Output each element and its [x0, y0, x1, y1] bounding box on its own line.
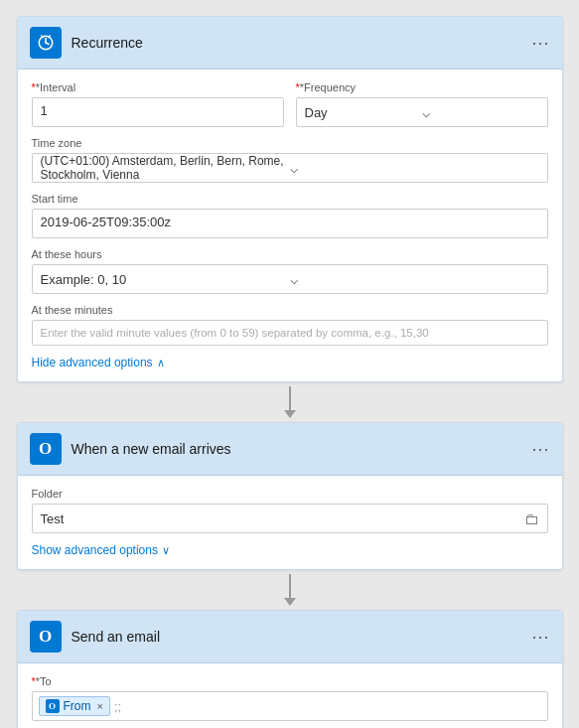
recurrence-title: Recurrence [72, 35, 522, 51]
email-trigger-toggle-chevron-icon: ∨ [162, 544, 170, 557]
email-trigger-title: When a new email arrives [72, 441, 522, 457]
connector-line-1 [289, 386, 291, 410]
at-minutes-input[interactable]: Enter the valid minute values (from 0 to… [32, 320, 548, 346]
at-minutes-row: At these minutes Enter the valid minute … [32, 304, 548, 346]
start-time-label: Start time [32, 193, 548, 205]
timezone-row: Time zone (UTC+01:00) Amsterdam, Berlin,… [32, 137, 548, 183]
send-email-menu[interactable]: ··· [531, 628, 549, 646]
from-chip-close-icon[interactable]: × [97, 700, 103, 712]
recurrence-header: Recurrence ··· [18, 17, 562, 70]
folder-input[interactable]: Test 🗀 [32, 504, 548, 533]
recurrence-advanced-toggle[interactable]: Hide advanced options ∧ [32, 356, 548, 369]
email-trigger-card: O When a new email arrives ··· Folder Te… [17, 422, 563, 570]
start-time-input[interactable]: 2019-06-25T09:35:00z [32, 209, 548, 238]
folder-label: Folder [32, 488, 548, 500]
timezone-select[interactable]: (UTC+01:00) Amsterdam, Berlin, Bern, Rom… [32, 153, 548, 183]
outlook-icon-1: O [30, 433, 62, 465]
svg-line-2 [46, 43, 49, 45]
connector-line-2 [289, 574, 291, 598]
to-input[interactable]: O From × ;; [32, 691, 548, 721]
send-email-card: O Send an email ··· **To O From [17, 610, 563, 728]
start-time-field: Start time 2019-06-25T09:35:00z [32, 193, 548, 238]
to-separator: ;; [114, 699, 121, 714]
at-hours-row: At these hours Example: 0, 10 ⌵ [32, 248, 548, 294]
to-label: **To [32, 675, 548, 687]
at-hours-label: At these hours [32, 248, 548, 260]
recurrence-card: Recurrence ··· **Interval 1 **Frequency … [17, 16, 563, 382]
start-time-row: Start time 2019-06-25T09:35:00z [32, 193, 548, 238]
from-chip: O From × [39, 696, 110, 716]
folder-field: Folder Test 🗀 [32, 488, 548, 533]
at-minutes-label: At these minutes [32, 304, 548, 316]
outlook-icon-2: O [30, 621, 62, 653]
timezone-chevron-icon: ⌵ [290, 160, 539, 176]
folder-browse-icon: 🗀 [524, 510, 539, 527]
recurrence-menu[interactable]: ··· [531, 34, 549, 52]
to-row: **To O From × ;; [32, 675, 548, 721]
frequency-field: **Frequency Day ⌵ [296, 81, 548, 127]
email-trigger-header: O When a new email arrives ··· [18, 423, 562, 476]
interval-label: **Interval [32, 81, 284, 93]
clock-icon [30, 27, 62, 59]
flow-container: Recurrence ··· **Interval 1 **Frequency … [16, 16, 563, 728]
interval-input[interactable]: 1 [32, 97, 284, 127]
timezone-field: Time zone (UTC+01:00) Amsterdam, Berlin,… [32, 137, 548, 183]
email-trigger-body: Folder Test 🗀 Show advanced options ∨ [18, 476, 562, 569]
at-minutes-field: At these minutes Enter the valid minute … [32, 304, 548, 346]
connector-arrowhead-2 [284, 598, 296, 606]
send-email-body: **To O From × ;; [18, 663, 562, 728]
email-trigger-advanced-toggle[interactable]: Show advanced options ∨ [32, 543, 548, 557]
send-email-title: Send an email [72, 629, 522, 645]
frequency-label: **Frequency [296, 81, 548, 93]
arrow-1 [284, 382, 296, 422]
frequency-select[interactable]: Day ⌵ [296, 97, 548, 127]
chip-outlook-icon: O [46, 699, 60, 713]
recurrence-toggle-chevron-icon: ∧ [157, 357, 165, 369]
at-hours-field: At these hours Example: 0, 10 ⌵ [32, 248, 548, 294]
email-trigger-menu[interactable]: ··· [531, 440, 549, 458]
at-hours-select[interactable]: Example: 0, 10 ⌵ [32, 264, 548, 294]
timezone-label: Time zone [32, 137, 548, 149]
interval-field: **Interval 1 [32, 81, 284, 127]
folder-row: Folder Test 🗀 [32, 488, 548, 533]
to-field: **To O From × ;; [32, 675, 548, 721]
connector-arrowhead-1 [284, 410, 296, 418]
send-email-header: O Send an email ··· [18, 611, 562, 663]
frequency-chevron-icon: ⌵ [422, 104, 539, 120]
recurrence-body: **Interval 1 **Frequency Day ⌵ Time zo [18, 70, 562, 381]
at-hours-chevron-icon: ⌵ [290, 271, 539, 287]
arrow-2 [284, 570, 296, 610]
interval-frequency-row: **Interval 1 **Frequency Day ⌵ [32, 81, 548, 127]
